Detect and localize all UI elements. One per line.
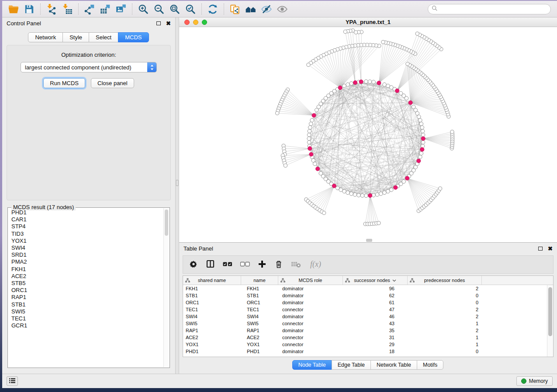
graph-node[interactable] [421, 129, 425, 133]
optimization-criterion-select[interactable]: largest connected component (undirected) [21, 62, 157, 72]
close-table-panel-icon[interactable]: ✖ [548, 246, 553, 251]
tab-select[interactable]: Select [89, 32, 118, 42]
tab-node-table[interactable]: Node Table [292, 360, 332, 370]
show-all-button[interactable] [274, 3, 290, 16]
graph-node[interactable] [357, 193, 361, 197]
float-panel-icon[interactable] [156, 21, 161, 25]
export-network-button[interactable] [82, 3, 97, 16]
import-table-button[interactable] [59, 3, 75, 16]
table-row[interactable]: PHD1PHD1dominator180 [183, 348, 547, 355]
graph-node[interactable] [311, 158, 315, 162]
graph-node[interactable] [390, 188, 394, 192]
graph-node[interactable] [339, 188, 343, 192]
cell-shared-name[interactable]: SWI4 [183, 314, 241, 319]
import-network-button[interactable] [44, 3, 59, 16]
cell-name[interactable]: ORC1 [241, 300, 278, 305]
add-row-button[interactable] [258, 258, 266, 271]
graph-node[interactable] [386, 84, 390, 88]
cell-name[interactable]: TEC1 [241, 307, 278, 312]
graph-node[interactable] [419, 118, 422, 122]
cell-successor-nodes[interactable]: 61 [343, 300, 408, 305]
mcds-result-item[interactable]: TID3 [9, 230, 163, 237]
graph-node[interactable] [386, 189, 390, 193]
mcds-result-item[interactable]: SWI4 [9, 244, 163, 251]
tab-network[interactable]: Network [28, 32, 63, 42]
network-canvas[interactable] [179, 27, 557, 242]
run-mcds-button[interactable]: Run MCDS [43, 78, 85, 88]
cell-name[interactable]: SWI5 [241, 321, 278, 326]
cell-mcds-role[interactable]: dominator [278, 349, 343, 354]
graph-satellite-node[interactable] [381, 40, 385, 44]
table-scrollbar-thumb[interactable] [548, 287, 552, 336]
table-row[interactable]: TEC1TEC1connector472 [183, 306, 547, 313]
graph-hub-node[interactable] [405, 176, 409, 180]
table-row[interactable]: SWI5SWI5connector431 [183, 320, 547, 327]
column-header-successor-nodes[interactable]: successor nodes [343, 276, 408, 285]
cell-predecessor-nodes[interactable]: 2 [408, 307, 482, 312]
cell-shared-name[interactable]: ORC1 [183, 300, 241, 305]
cell-successor-nodes[interactable]: 29 [343, 342, 408, 347]
mcds-result-item[interactable]: ACE2 [9, 273, 163, 280]
graph-node[interactable] [383, 83, 387, 86]
cell-name[interactable]: PHD1 [241, 349, 278, 354]
table-row[interactable]: RAP1RAP1dominator352 [183, 327, 547, 334]
mcds-result-item[interactable]: STB1 [9, 301, 163, 308]
graph-satellite-node[interactable] [276, 111, 279, 115]
cell-predecessor-nodes[interactable]: 0 [408, 349, 482, 354]
tab-style[interactable]: Style [62, 32, 89, 42]
tab-network-table[interactable]: Network Table [370, 360, 417, 370]
cell-mcds-role[interactable]: connector [278, 321, 343, 326]
graph-node[interactable] [402, 179, 406, 183]
table-row[interactable]: YOX1YOX1connector291 [183, 341, 547, 348]
mcds-result-item[interactable]: STB5 [9, 280, 163, 287]
graph-satellite-node[interactable] [406, 62, 409, 65]
cell-successor-nodes[interactable]: 35 [343, 328, 408, 333]
mcds-result-list[interactable]: PHD1CAR1STP4TID3YOX1SWI4SRD1PMA2FKH1ACE2… [9, 209, 163, 366]
graph-hub-node[interactable] [309, 152, 313, 156]
column-header-shared-name[interactable]: shared name [183, 276, 241, 285]
network-hscroll-thumb[interactable] [366, 239, 372, 242]
cell-mcds-role[interactable]: connector [278, 342, 343, 347]
graph-node[interactable] [346, 191, 350, 195]
search-input[interactable] [440, 6, 547, 12]
graph-satellite-node[interactable] [354, 31, 357, 34]
cell-mcds-role[interactable]: dominator [278, 314, 343, 319]
graph-node[interactable] [349, 192, 353, 196]
cell-predecessor-nodes[interactable]: 2 [408, 314, 482, 319]
cell-predecessor-nodes[interactable]: 1 [408, 335, 482, 340]
graph-node[interactable] [419, 155, 422, 159]
cell-predecessor-nodes[interactable]: 1 [408, 321, 482, 326]
cell-successor-nodes[interactable]: 18 [343, 349, 408, 354]
open-session-button[interactable] [6, 3, 21, 16]
graph-hub-node[interactable] [359, 80, 363, 84]
table-row[interactable]: FKH1FKH1dominator962 [183, 285, 547, 292]
graph-node[interactable] [308, 129, 311, 133]
cell-name[interactable]: FKH1 [241, 286, 278, 291]
cell-shared-name[interactable]: RAP1 [183, 328, 241, 333]
close-panel-icon[interactable]: ✖ [166, 21, 171, 26]
graph-node[interactable] [307, 141, 311, 144]
export-image-button[interactable] [113, 3, 129, 16]
mcds-result-item[interactable]: ORC1 [9, 287, 163, 294]
cell-predecessor-nodes[interactable]: 2 [408, 328, 482, 333]
graph-hub-node[interactable] [308, 147, 312, 151]
graph-hub-node[interactable] [353, 81, 357, 85]
column-header-predecessor-nodes[interactable]: predecessor nodes [408, 276, 482, 285]
cell-shared-name[interactable]: ACE2 [183, 335, 241, 340]
graph-node[interactable] [421, 133, 425, 137]
cell-predecessor-nodes[interactable]: 0 [408, 293, 482, 298]
cell-successor-nodes[interactable]: 43 [343, 321, 408, 326]
mcds-result-item[interactable]: YOX1 [9, 237, 163, 244]
hide-selected-button[interactable] [259, 3, 274, 16]
graph-node[interactable] [364, 194, 368, 198]
cell-mcds-role[interactable]: dominator [278, 328, 343, 333]
memory-button[interactable]: Memory [516, 376, 553, 386]
graph-node[interactable] [372, 193, 376, 197]
graph-hub-node[interactable] [420, 148, 424, 151]
graph-satellite-node[interactable] [377, 221, 381, 225]
graph-node[interactable] [360, 194, 364, 198]
task-history-button[interactable] [7, 376, 18, 386]
cell-name[interactable]: SWI4 [241, 314, 278, 319]
graph-satellite-node[interactable] [439, 187, 442, 190]
graph-node[interactable] [375, 193, 379, 196]
